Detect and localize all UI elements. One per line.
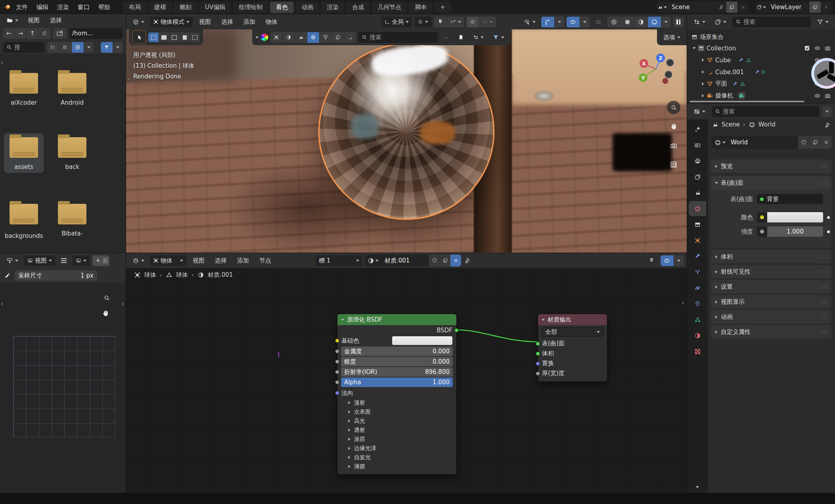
camera-data-icon[interactable]: [738, 92, 745, 99]
gizmo-z-neg[interactable]: [663, 78, 668, 84]
surface-input-socket[interactable]: [536, 341, 540, 346]
section-specular[interactable]: 高光: [337, 416, 456, 425]
expand-chevron-icon[interactable]: [702, 82, 704, 86]
menu-help[interactable]: 帮助: [94, 2, 114, 12]
tab-material[interactable]: [689, 328, 706, 343]
path-field[interactable]: /hom...: [69, 28, 123, 39]
menu-window[interactable]: 窗口: [74, 2, 94, 12]
parent-dir-button[interactable]: ↑: [26, 28, 38, 39]
panel-preview[interactable]: 预览::::: [711, 159, 831, 173]
tab-particles[interactable]: [689, 264, 706, 280]
material-name-field[interactable]: 材质.001: [381, 257, 429, 264]
orthographic-grid-button[interactable]: [667, 158, 680, 171]
camera-view-button[interactable]: [667, 139, 680, 152]
arc-icon[interactable]: [440, 32, 452, 43]
ior-socket[interactable]: [335, 370, 339, 374]
back-button[interactable]: ←: [3, 28, 15, 39]
select-mode-extend[interactable]: [159, 33, 169, 42]
surface-shader-select[interactable]: 背景: [757, 194, 823, 204]
scene-browse-button[interactable]: [657, 2, 668, 13]
shader-menu-view[interactable]: 视图: [189, 255, 209, 266]
tab-modifiers[interactable]: [689, 249, 706, 264]
section-emission[interactable]: 自发光: [337, 453, 456, 462]
section-diffuse[interactable]: 漫射: [337, 398, 456, 407]
gizmo-y-neg[interactable]: [665, 71, 672, 79]
image-editor-type-button[interactable]: [3, 255, 21, 266]
tab-strip-overflow-chevron[interactable]: [696, 486, 699, 488]
section-transmission[interactable]: 透射: [337, 425, 456, 435]
proportional-falloff-select[interactable]: [479, 17, 496, 27]
modifier-wrench-icon[interactable]: [732, 81, 738, 87]
file-tile-assets-selected[interactable]: assets: [4, 133, 44, 173]
viewlayer-browse-button[interactable]: [756, 2, 767, 13]
shader-sidebar-toggle[interactable]: ‹: [682, 299, 684, 307]
expand-chevron-icon[interactable]: [702, 94, 704, 98]
material-preview-hexagon-icon[interactable]: [261, 33, 268, 41]
eyedropper-icon[interactable]: [4, 272, 11, 279]
material-browse-button[interactable]: [365, 255, 381, 266]
section-coat[interactable]: 涂层: [337, 435, 456, 444]
shading-material-button[interactable]: [634, 17, 647, 27]
bsdf-node-header[interactable]: 原理化 BSDF: [337, 314, 456, 325]
scene-name[interactable]: Scene: [668, 4, 715, 11]
base-color-swatch[interactable]: [392, 336, 452, 345]
tab-shading[interactable]: 着色: [270, 2, 294, 13]
alpha-socket[interactable]: [335, 380, 339, 385]
panel-viewport-display[interactable]: 视图显示::::: [711, 295, 831, 309]
scene-pin-icon[interactable]: [715, 2, 726, 13]
sample-size-slider[interactable]: 采样尺寸 1 px: [15, 270, 97, 281]
hide-eye-icon[interactable]: [814, 92, 821, 99]
panel-ray-visibility[interactable]: 射线可见性::::: [711, 265, 831, 278]
outliner-row-collection[interactable]: Collection: [687, 43, 835, 54]
menu-file[interactable]: 文件: [12, 2, 32, 12]
scene-new-button[interactable]: [726, 2, 737, 13]
strength-keyframe-dot[interactable]: [827, 230, 830, 233]
file-tile-Bibata[interactable]: Bibata-: [52, 204, 92, 237]
file-tile-backgrounds[interactable]: backgrounds: [4, 204, 44, 240]
expand-chevron-icon[interactable]: [693, 47, 696, 49]
expand-chevron-icon[interactable]: [702, 59, 704, 62]
panel-custom-properties[interactable]: 自定义属性::::: [711, 325, 831, 339]
new-folder-button[interactable]: [53, 28, 66, 39]
panel-volume[interactable]: 体积::::: [711, 250, 831, 263]
properties-pin-icon[interactable]: [824, 122, 830, 128]
pages-icon[interactable]: [331, 32, 344, 43]
unlink-datablock-button[interactable]: [820, 136, 831, 149]
base-color-socket[interactable]: [335, 339, 339, 343]
node-canvas[interactable]: 球体 › 球体 › 材质.001 原理化 BSDF BSDF 基础色: [126, 268, 687, 493]
modifier-wrench-icon[interactable]: [738, 57, 744, 63]
bsdf-output-socket[interactable]: [454, 328, 459, 333]
tab-layout[interactable]: 布局: [123, 2, 147, 13]
roughness-slider[interactable]: 糙度 0.000: [341, 357, 453, 366]
tab-collection[interactable]: [689, 217, 706, 232]
outliner-row-camera[interactable]: 摄像机: [687, 90, 835, 101]
outliner-display-mode-button[interactable]: [711, 17, 730, 27]
viewport-canvas[interactable]: 搜索 选项 用户透视 (局部) (13) Collection | 球体 Ren…: [126, 29, 687, 253]
properties-options-dropdown[interactable]: [822, 106, 832, 117]
volume-input-socket[interactable]: [536, 351, 540, 356]
metallic-socket[interactable]: [335, 349, 339, 354]
zoom-button[interactable]: [667, 101, 680, 114]
active-tool-select-box[interactable]: [132, 31, 146, 44]
tab-animation[interactable]: 动画: [295, 2, 319, 13]
filter-settings-dropdown[interactable]: [113, 42, 123, 53]
tab-rendering[interactable]: 渲染: [321, 2, 345, 13]
material-unlink-button[interactable]: [450, 255, 461, 266]
outliner-horizontal-scrollbar[interactable]: [689, 101, 804, 102]
navigation-gizmo[interactable]: Z X Y: [635, 52, 679, 96]
refresh-button[interactable]: [38, 28, 50, 39]
select-mode-subtract[interactable]: [169, 33, 179, 42]
material-slot-select[interactable]: 槽 1: [316, 255, 362, 266]
disable-render-camera-icon[interactable]: [824, 92, 831, 99]
transform-orientation-select[interactable]: 全局: [381, 17, 412, 27]
mode-select[interactable]: 物体模式: [150, 17, 193, 27]
new-datablock-button[interactable]: [809, 136, 820, 149]
viewport-menu-add[interactable]: 添加: [239, 17, 259, 27]
image-pan-hand-button[interactable]: [102, 309, 109, 319]
bookmark-icon[interactable]: [454, 32, 467, 43]
viewport-menu-object[interactable]: 物体: [262, 17, 282, 27]
breadcrumb-mesh[interactable]: 球体: [176, 271, 188, 279]
frame-icon[interactable]: [270, 32, 282, 43]
select-mode-new[interactable]: [148, 33, 159, 42]
shader-overlays-toggle[interactable]: [661, 255, 674, 266]
